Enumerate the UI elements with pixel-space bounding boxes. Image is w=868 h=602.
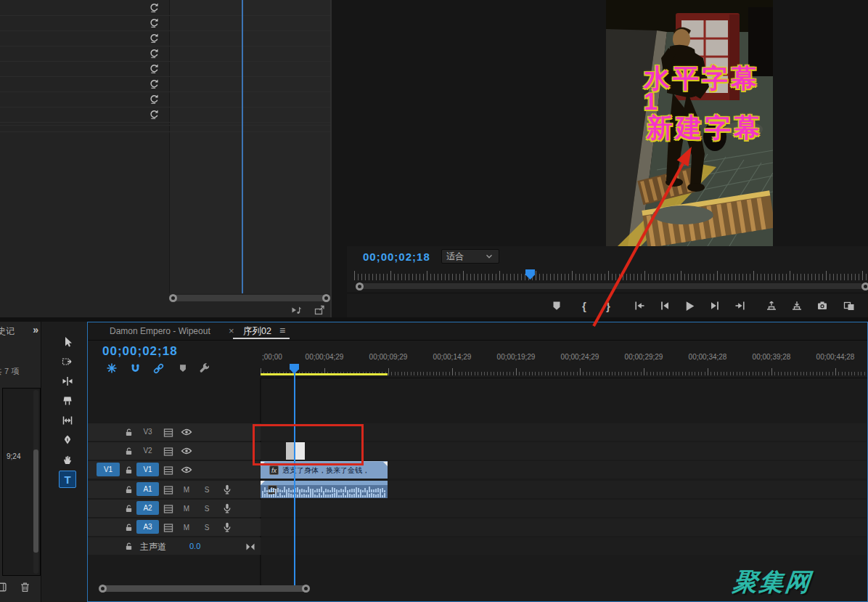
- track-target-a1[interactable]: A1: [136, 482, 159, 496]
- sync-lock-icon[interactable]: [163, 484, 174, 496]
- track-target-v3[interactable]: V3: [136, 425, 159, 439]
- close-tab-icon[interactable]: ×: [229, 325, 234, 336]
- effect-controls-playhead[interactable]: [242, 0, 243, 293]
- timeline-timecode[interactable]: 00;00;02;18: [102, 344, 178, 359]
- zoom-bar-right-handle[interactable]: [861, 282, 868, 290]
- track-lock-icon[interactable]: [124, 503, 134, 513]
- scrollbar-track[interactable]: [172, 295, 327, 301]
- trash-icon[interactable]: [19, 581, 31, 593]
- project-scrollbar-thumb[interactable]: [33, 450, 38, 553]
- program-zoom-bar[interactable]: [356, 282, 867, 290]
- new-item-icon[interactable]: [0, 581, 7, 593]
- razor-tool[interactable]: [59, 392, 76, 410]
- scrollbar-left-handle[interactable]: [169, 294, 177, 302]
- zoom-level-select[interactable]: 适合: [441, 249, 499, 264]
- project-scrollbar[interactable]: [33, 390, 38, 574]
- voiceover-mic-icon[interactable]: [221, 521, 233, 533]
- timeline-horizontal-scrollbar[interactable]: [99, 585, 310, 593]
- sync-lock-icon[interactable]: [163, 446, 174, 457]
- scrollbar-right-handle[interactable]: [302, 585, 310, 593]
- track-select-forward-tool[interactable]: [59, 353, 76, 370]
- reset-keyframe-icon[interactable]: [149, 33, 160, 44]
- slip-tool[interactable]: [59, 412, 76, 429]
- track-target-a2[interactable]: A2: [136, 501, 159, 515]
- voiceover-mic-icon[interactable]: [221, 503, 233, 514]
- track-lane-a2[interactable]: [261, 500, 867, 517]
- timeline-settings-wrench-icon[interactable]: [198, 362, 211, 375]
- pen-tool[interactable]: [59, 431, 76, 449]
- zoom-bar-left-handle[interactable]: [356, 282, 364, 290]
- track-target-v1[interactable]: V1: [136, 463, 159, 476]
- voiceover-mic-icon[interactable]: [221, 484, 233, 495]
- reset-keyframe-icon[interactable]: [149, 2, 160, 13]
- solo-button[interactable]: S: [201, 503, 213, 514]
- track-target-v2[interactable]: V2: [136, 444, 159, 457]
- audio-clip-a1[interactable]: 透支了身体，换来了金钱， fx: [261, 481, 388, 498]
- tab-sequence-02[interactable]: 序列02: [243, 325, 271, 338]
- tab-damon-empero[interactable]: Damon Empero - Wipeout: [110, 326, 210, 336]
- reset-keyframe-icon[interactable]: [149, 109, 160, 120]
- solo-button[interactable]: S: [201, 484, 213, 495]
- mute-button[interactable]: M: [181, 521, 192, 533]
- fx-badge[interactable]: fx: [269, 465, 279, 475]
- scrollbar-right-handle[interactable]: [322, 294, 330, 302]
- track-target-a3[interactable]: A3: [136, 520, 159, 534]
- reset-keyframe-icon[interactable]: [149, 63, 160, 74]
- sync-lock-icon[interactable]: [163, 503, 174, 515]
- panel-menu-icon[interactable]: ≡: [279, 325, 285, 336]
- track-lock-icon[interactable]: [124, 484, 134, 495]
- track-lock-icon[interactable]: [124, 522, 134, 532]
- reset-keyframe-icon[interactable]: [149, 94, 160, 105]
- track-lock-icon[interactable]: [124, 427, 134, 437]
- track-lane-master[interactable]: [261, 537, 867, 555]
- sync-lock-icon[interactable]: [163, 465, 174, 476]
- ripple-edit-tool[interactable]: [59, 373, 76, 390]
- scrollbar-left-handle[interactable]: [99, 585, 107, 593]
- export-frame-button[interactable]: [813, 296, 832, 315]
- program-scrubber[interactable]: [354, 269, 867, 281]
- track-lane-a3[interactable]: [261, 518, 867, 536]
- go-to-in-button[interactable]: [630, 296, 649, 315]
- zoom-bar-track[interactable]: [359, 283, 863, 289]
- insert-over-nest-icon[interactable]: [105, 362, 118, 375]
- add-marker-icon[interactable]: [176, 362, 189, 375]
- snap-magnet-icon[interactable]: [128, 362, 142, 375]
- sync-lock-icon[interactable]: [163, 427, 174, 439]
- go-to-out-button[interactable]: [731, 296, 750, 315]
- timeline-playhead-line[interactable]: [294, 373, 295, 585]
- lift-button[interactable]: [762, 296, 781, 315]
- track-output-eye-icon[interactable]: [181, 445, 192, 457]
- effect-controls-zoom-scrollbar[interactable]: [169, 294, 330, 302]
- track-lock-icon[interactable]: [124, 541, 134, 551]
- comparison-view-button[interactable]: [840, 296, 859, 315]
- add-marker-button[interactable]: [547, 296, 566, 315]
- mark-out-button[interactable]: }: [599, 296, 618, 315]
- project-item-list[interactable]: 9;24: [2, 388, 41, 576]
- program-timecode[interactable]: 00;00;02;18: [363, 251, 430, 263]
- mute-button[interactable]: M: [181, 484, 192, 495]
- selection-tool[interactable]: [59, 333, 76, 351]
- extract-button[interactable]: [787, 296, 806, 315]
- solo-button[interactable]: S: [201, 521, 213, 533]
- reset-keyframe-icon[interactable]: [149, 78, 160, 89]
- track-output-eye-icon[interactable]: [181, 426, 192, 438]
- step-back-button[interactable]: [655, 296, 674, 315]
- track-output-eye-icon[interactable]: [181, 464, 192, 476]
- hand-tool[interactable]: [59, 451, 76, 468]
- type-tool[interactable]: T: [59, 471, 76, 488]
- mark-in-button[interactable]: {: [575, 296, 594, 315]
- export-icon[interactable]: [314, 304, 325, 316]
- write-keyframes-icon[interactable]: [245, 541, 256, 553]
- track-lock-icon[interactable]: [124, 465, 134, 475]
- master-volume-value[interactable]: 0.0: [189, 542, 200, 550]
- step-forward-button[interactable]: [705, 296, 724, 315]
- source-patch-v1[interactable]: V1: [97, 463, 120, 476]
- video-preview[interactable]: 水平字幕 1 新建字幕: [606, 0, 773, 246]
- track-lock-icon[interactable]: [124, 446, 134, 456]
- reset-keyframe-icon[interactable]: [149, 17, 160, 28]
- reset-keyframe-icon[interactable]: [149, 48, 160, 59]
- mute-button[interactable]: M: [181, 503, 192, 514]
- scrollbar-track[interactable]: [102, 585, 307, 592]
- sync-lock-icon[interactable]: [163, 522, 174, 534]
- linked-selection-icon[interactable]: [152, 362, 165, 375]
